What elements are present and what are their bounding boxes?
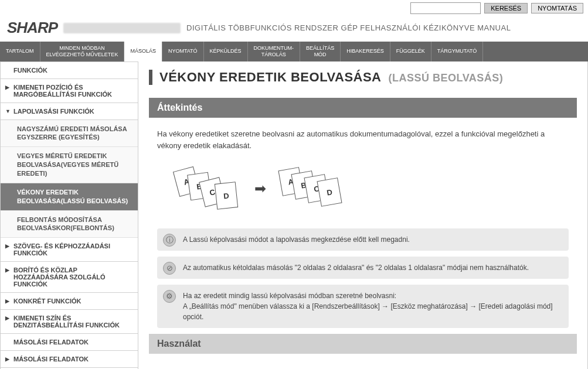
caret-icon: ▶ (5, 315, 9, 321)
nav-tabs: TARTALOMMINDEN MÓDBAN ELVÉGEZHETŐ MŰVELE… (0, 42, 588, 62)
note-text: Az automatikus kétoldalas másolás "2 old… (183, 264, 529, 272)
caret-icon: ▼ (5, 108, 11, 114)
nav-label: MÁSOLÁSI FELADATOK (13, 339, 89, 346)
nav-item[interactable]: ▶BORÍTÓ ÉS KÖZLAP HOZZÁADÁSÁRA SZOLGÁLÓ … (1, 262, 138, 293)
tab-4[interactable]: KÉPKÜLDÉS (204, 42, 248, 62)
note-box: ⊘Az automatikus kétoldalas másolás "2 ol… (157, 257, 569, 279)
nav-label: KIMENETI SZÍN ÉS DENZITÁSBEÁLLÍTÁSI FUNK… (13, 315, 120, 329)
nav-label: BORÍTÓ ÉS KÖZLAP HOZZÁADÁSÁRA SZOLGÁLÓ F… (13, 266, 106, 288)
nav-item[interactable]: ▶MÁSOLÁSI FELADATOK (1, 351, 138, 368)
sub-item[interactable]: NAGYSZÁMÚ EREDETI MÁSOLÁSA EGYSZERRE (EG… (1, 120, 138, 148)
nav-label: KIMENETI POZÍCIÓ ÉS MARGÓBEÁLLÍTÁSI FUNK… (13, 84, 112, 98)
docs-after: A B C D (278, 165, 348, 212)
nav-label: FUNKCIÓK (13, 67, 47, 74)
sidebar[interactable]: FUNKCIÓK▶KIMENETI POZÍCIÓ ÉS MARGÓBEÁLLÍ… (1, 62, 138, 369)
page-title-main: VÉKONY EREDETIK BEOLVASÁSA (159, 70, 382, 85)
overview-text: Ha vékony eredetiket szeretne beolvasni … (149, 128, 577, 166)
caret-icon: ▶ (5, 84, 9, 90)
tab-8[interactable]: FÜGGELÉK (390, 42, 431, 62)
nav-item[interactable]: MÁSOLÁSI FELADATOK (1, 334, 138, 351)
content[interactable]: VÉKONY EREDETIK BEOLVASÁSA (LASSÚ BEOLVA… (138, 62, 587, 369)
caret-icon: ▶ (5, 298, 9, 304)
caret-icon: ▶ (5, 356, 9, 362)
tab-1[interactable]: MINDEN MÓDBAN ELVÉGEZHETŐ MŰVELETEK (40, 42, 125, 62)
note-box: ⚙Ha az eredetit mindig lassú képolvasási… (157, 285, 569, 328)
note-icon: ⊘ (163, 262, 176, 275)
docs-before: A B C D (172, 165, 243, 212)
nav-label: MÁSOLÁSI FELADATOK (13, 356, 89, 363)
caret-icon: ▶ (5, 243, 9, 249)
tab-3[interactable]: NYOMTATÓ (162, 42, 204, 62)
note-icon: ⓘ (163, 234, 176, 247)
print-button[interactable]: NYOMTATÁS (531, 3, 583, 13)
search-input[interactable] (410, 2, 481, 14)
search-button[interactable]: KERESÉS (484, 3, 528, 13)
nav-label: SZÖVEG- ÉS KÉPHOZZÁADÁSI FUNKCIÓK (13, 242, 110, 257)
section-usage: Használat (149, 334, 577, 354)
sub-item[interactable]: FELBONTÁS MÓDOSÍTÁSA BEOLVASÁSKOR(FELBON… (1, 211, 138, 238)
page-title-sub: (LASSÚ BEOLVASÁS) (389, 72, 504, 84)
nav-item[interactable]: ▼LAPOLVASÁSI FUNKCIÓK (1, 103, 138, 120)
tab-6[interactable]: BEÁLLÍTÁS MÓD (300, 42, 341, 62)
note-box: ⓘA Lassú képolvasási módot a lapolvasás … (157, 228, 569, 251)
tab-7[interactable]: HIBAKERESÉS (341, 42, 390, 62)
note-text: Ha az eredetit mindig lassú képolvasási … (183, 292, 553, 321)
diagram: A B C D ➡ A B C D (149, 165, 577, 228)
model-blur (63, 23, 181, 33)
tab-9[interactable]: TÁRGYMUTATÓ (431, 42, 484, 62)
note-icon: ⚙ (163, 290, 176, 303)
nav-item[interactable]: ▶KIMENETI SZÍN ÉS DENZITÁSBEÁLLÍTÁSI FUN… (1, 310, 138, 334)
nav-item[interactable]: ▶KONKRÉT FUNKCIÓK (1, 293, 138, 310)
tab-5[interactable]: DOKUMENTUM- TÁROLÁS (248, 42, 301, 62)
nav-item[interactable]: ▶SZÖVEG- ÉS KÉPHOZZÁADÁSI FUNKCIÓK (1, 238, 138, 262)
page-title: VÉKONY EREDETIK BEOLVASÁSA (LASSÚ BEOLVA… (149, 70, 577, 85)
tab-0[interactable]: TARTALOM (0, 42, 40, 62)
nav-label: LAPOLVASÁSI FUNKCIÓK (13, 108, 94, 115)
nav-label: KONKRÉT FUNKCIÓK (13, 298, 81, 305)
main-area: FUNKCIÓK▶KIMENETI POZÍCIÓ ÉS MARGÓBEÁLLÍ… (0, 62, 588, 369)
nav-item[interactable]: ▶KIMENETI POZÍCIÓ ÉS MARGÓBEÁLLÍTÁSI FUN… (1, 79, 138, 103)
logo: SHARP (7, 19, 57, 37)
header-text: DIGITÁLIS TÖBBFUNKCIÓS RENDSZER GÉP FELH… (186, 23, 511, 32)
arrow-icon: ➡ (254, 180, 266, 197)
sub-item[interactable]: VEGYES MÉRETŰ EREDETIK BEOLVASÁSA(VEGYES… (1, 147, 138, 183)
sub-item[interactable]: VÉKONY EREDETIK BEOLVASÁSA(LASSÚ BEOLVAS… (1, 183, 138, 211)
section-overview: Áttekintés (149, 98, 577, 118)
tab-2[interactable]: MÁSOLÁS (124, 42, 162, 62)
caret-icon: ▶ (5, 267, 9, 273)
nav-item[interactable]: FUNKCIÓK (1, 62, 138, 79)
top-bar: KERESÉS NYOMTATÁS (0, 0, 588, 16)
header: SHARP DIGITÁLIS TÖBBFUNKCIÓS RENDSZER GÉ… (0, 16, 588, 42)
note-text: A Lassú képolvasási módot a lapolvasás m… (183, 235, 410, 244)
